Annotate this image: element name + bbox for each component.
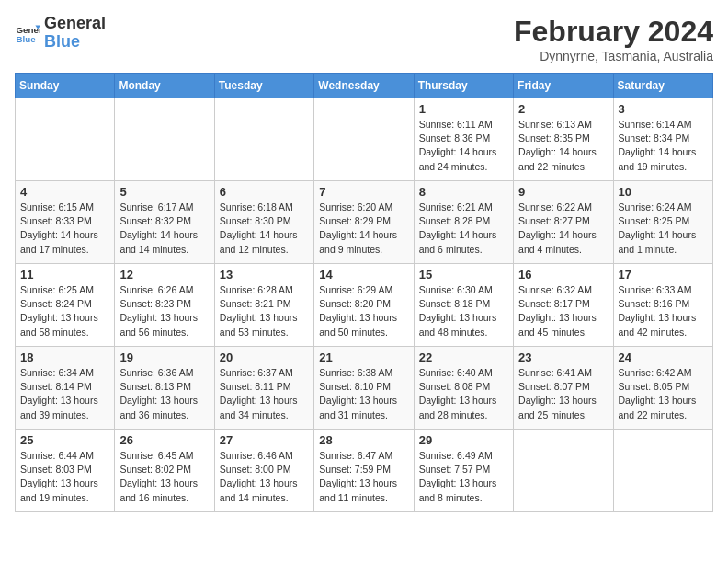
calendar-cell: 14Sunrise: 6:29 AMSunset: 8:20 PMDayligh… bbox=[314, 264, 414, 347]
calendar-cell: 25Sunrise: 6:44 AMSunset: 8:03 PMDayligh… bbox=[16, 430, 115, 512]
header-sunday: Sunday bbox=[16, 74, 115, 98]
calendar-table: SundayMondayTuesdayWednesdayThursdayFrid… bbox=[15, 73, 713, 512]
calendar-cell: 5Sunrise: 6:17 AMSunset: 8:32 PMDaylight… bbox=[115, 181, 214, 264]
day-info: Sunrise: 6:29 AMSunset: 8:20 PMDaylight:… bbox=[319, 283, 408, 339]
calendar-cell: 4Sunrise: 6:15 AMSunset: 8:33 PMDaylight… bbox=[16, 181, 115, 264]
calendar-cell: 22Sunrise: 6:40 AMSunset: 8:08 PMDayligh… bbox=[414, 347, 513, 430]
header-tuesday: Tuesday bbox=[214, 74, 313, 98]
day-info: Sunrise: 6:32 AMSunset: 8:17 PMDaylight:… bbox=[518, 283, 608, 339]
calendar-cell: 11Sunrise: 6:25 AMSunset: 8:24 PMDayligh… bbox=[16, 264, 115, 347]
day-info: Sunrise: 6:13 AMSunset: 8:35 PMDaylight:… bbox=[518, 118, 608, 174]
day-info: Sunrise: 6:11 AMSunset: 8:36 PMDaylight:… bbox=[419, 118, 508, 174]
calendar-title: February 2024 bbox=[514, 15, 713, 49]
day-info: Sunrise: 6:18 AMSunset: 8:30 PMDaylight:… bbox=[220, 201, 309, 257]
header-saturday: Saturday bbox=[613, 74, 712, 98]
day-info: Sunrise: 6:38 AMSunset: 8:10 PMDaylight:… bbox=[319, 366, 408, 422]
day-number: 19 bbox=[119, 350, 209, 364]
calendar-cell bbox=[514, 430, 613, 512]
day-number: 2 bbox=[518, 102, 608, 116]
day-number: 3 bbox=[619, 102, 708, 116]
day-number: 27 bbox=[220, 433, 309, 447]
calendar-cell: 3Sunrise: 6:14 AMSunset: 8:34 PMDaylight… bbox=[613, 98, 712, 181]
day-info: Sunrise: 6:41 AMSunset: 8:07 PMDaylight:… bbox=[518, 366, 608, 422]
day-info: Sunrise: 6:37 AMSunset: 8:11 PMDaylight:… bbox=[220, 366, 309, 422]
calendar-cell bbox=[16, 98, 115, 181]
day-info: Sunrise: 6:45 AMSunset: 8:02 PMDaylight:… bbox=[119, 449, 209, 505]
calendar-cell: 13Sunrise: 6:28 AMSunset: 8:21 PMDayligh… bbox=[214, 264, 313, 347]
day-info: Sunrise: 6:15 AMSunset: 8:33 PMDaylight:… bbox=[20, 201, 109, 257]
calendar-week-row: 11Sunrise: 6:25 AMSunset: 8:24 PMDayligh… bbox=[16, 264, 713, 347]
day-info: Sunrise: 6:30 AMSunset: 8:18 PMDaylight:… bbox=[419, 283, 508, 339]
calendar-cell: 26Sunrise: 6:45 AMSunset: 8:02 PMDayligh… bbox=[115, 430, 214, 512]
day-number: 15 bbox=[419, 268, 508, 282]
calendar-cell: 28Sunrise: 6:47 AMSunset: 7:59 PMDayligh… bbox=[314, 430, 414, 512]
day-number: 23 bbox=[518, 350, 608, 364]
calendar-cell: 19Sunrise: 6:36 AMSunset: 8:13 PMDayligh… bbox=[115, 347, 214, 430]
logo-blue: Blue bbox=[44, 33, 106, 52]
day-info: Sunrise: 6:25 AMSunset: 8:24 PMDaylight:… bbox=[20, 283, 109, 339]
calendar-cell: 21Sunrise: 6:38 AMSunset: 8:10 PMDayligh… bbox=[314, 347, 414, 430]
calendar-cell: 29Sunrise: 6:49 AMSunset: 7:57 PMDayligh… bbox=[414, 430, 513, 512]
calendar-cell bbox=[115, 98, 214, 181]
title-block: February 2024 Dynnyrne, Tasmania, Austra… bbox=[514, 15, 713, 63]
calendar-cell: 15Sunrise: 6:30 AMSunset: 8:18 PMDayligh… bbox=[414, 264, 513, 347]
calendar-header-row: SundayMondayTuesdayWednesdayThursdayFrid… bbox=[16, 74, 713, 98]
svg-text:Blue: Blue bbox=[16, 34, 36, 44]
calendar-week-row: 18Sunrise: 6:34 AMSunset: 8:14 PMDayligh… bbox=[16, 347, 713, 430]
calendar-cell: 2Sunrise: 6:13 AMSunset: 8:35 PMDaylight… bbox=[514, 98, 613, 181]
calendar-week-row: 4Sunrise: 6:15 AMSunset: 8:33 PMDaylight… bbox=[16, 181, 713, 264]
day-number: 26 bbox=[119, 433, 209, 447]
day-info: Sunrise: 6:34 AMSunset: 8:14 PMDaylight:… bbox=[20, 366, 109, 422]
day-number: 5 bbox=[119, 185, 209, 199]
calendar-cell: 23Sunrise: 6:41 AMSunset: 8:07 PMDayligh… bbox=[514, 347, 613, 430]
calendar-cell: 12Sunrise: 6:26 AMSunset: 8:23 PMDayligh… bbox=[115, 264, 214, 347]
calendar-cell: 6Sunrise: 6:18 AMSunset: 8:30 PMDaylight… bbox=[214, 181, 313, 264]
day-number: 13 bbox=[220, 268, 309, 282]
calendar-week-row: 25Sunrise: 6:44 AMSunset: 8:03 PMDayligh… bbox=[16, 430, 713, 512]
day-number: 25 bbox=[20, 433, 109, 447]
day-info: Sunrise: 6:49 AMSunset: 7:57 PMDaylight:… bbox=[419, 449, 508, 505]
day-number: 22 bbox=[419, 350, 508, 364]
day-info: Sunrise: 6:22 AMSunset: 8:27 PMDaylight:… bbox=[518, 201, 608, 257]
day-info: Sunrise: 6:40 AMSunset: 8:08 PMDaylight:… bbox=[419, 366, 508, 422]
calendar-cell: 7Sunrise: 6:20 AMSunset: 8:29 PMDaylight… bbox=[314, 181, 414, 264]
day-number: 12 bbox=[119, 268, 209, 282]
day-number: 16 bbox=[518, 268, 608, 282]
logo: General Blue General Blue bbox=[15, 15, 106, 52]
header-monday: Monday bbox=[115, 74, 214, 98]
calendar-cell: 20Sunrise: 6:37 AMSunset: 8:11 PMDayligh… bbox=[214, 347, 313, 430]
calendar-cell bbox=[214, 98, 313, 181]
calendar-subtitle: Dynnyrne, Tasmania, Australia bbox=[514, 49, 713, 63]
calendar-cell: 24Sunrise: 6:42 AMSunset: 8:05 PMDayligh… bbox=[613, 347, 712, 430]
calendar-cell: 17Sunrise: 6:33 AMSunset: 8:16 PMDayligh… bbox=[613, 264, 712, 347]
header-thursday: Thursday bbox=[414, 74, 513, 98]
day-info: Sunrise: 6:36 AMSunset: 8:13 PMDaylight:… bbox=[119, 366, 209, 422]
day-number: 20 bbox=[220, 350, 309, 364]
calendar-cell bbox=[613, 430, 712, 512]
logo-icon: General Blue bbox=[15, 20, 40, 46]
calendar-cell: 10Sunrise: 6:24 AMSunset: 8:25 PMDayligh… bbox=[613, 181, 712, 264]
day-number: 7 bbox=[319, 185, 408, 199]
page-header: General Blue General Blue February 2024 … bbox=[15, 15, 713, 63]
calendar-cell bbox=[314, 98, 414, 181]
day-number: 17 bbox=[619, 268, 708, 282]
day-number: 6 bbox=[220, 185, 309, 199]
day-number: 8 bbox=[419, 185, 508, 199]
day-info: Sunrise: 6:44 AMSunset: 8:03 PMDaylight:… bbox=[20, 449, 109, 505]
calendar-week-row: 1Sunrise: 6:11 AMSunset: 8:36 PMDaylight… bbox=[16, 98, 713, 181]
day-info: Sunrise: 6:20 AMSunset: 8:29 PMDaylight:… bbox=[319, 201, 408, 257]
day-number: 1 bbox=[419, 102, 508, 116]
day-info: Sunrise: 6:42 AMSunset: 8:05 PMDaylight:… bbox=[619, 366, 708, 422]
calendar-cell: 1Sunrise: 6:11 AMSunset: 8:36 PMDaylight… bbox=[414, 98, 513, 181]
day-number: 4 bbox=[20, 185, 109, 199]
day-number: 18 bbox=[20, 350, 109, 364]
day-info: Sunrise: 6:46 AMSunset: 8:00 PMDaylight:… bbox=[220, 449, 309, 505]
day-number: 21 bbox=[319, 350, 408, 364]
day-info: Sunrise: 6:17 AMSunset: 8:32 PMDaylight:… bbox=[119, 201, 209, 257]
calendar-cell: 16Sunrise: 6:32 AMSunset: 8:17 PMDayligh… bbox=[514, 264, 613, 347]
day-number: 10 bbox=[619, 185, 708, 199]
day-info: Sunrise: 6:28 AMSunset: 8:21 PMDaylight:… bbox=[220, 283, 309, 339]
day-info: Sunrise: 6:26 AMSunset: 8:23 PMDaylight:… bbox=[119, 283, 209, 339]
header-wednesday: Wednesday bbox=[314, 74, 414, 98]
day-info: Sunrise: 6:33 AMSunset: 8:16 PMDaylight:… bbox=[619, 283, 708, 339]
